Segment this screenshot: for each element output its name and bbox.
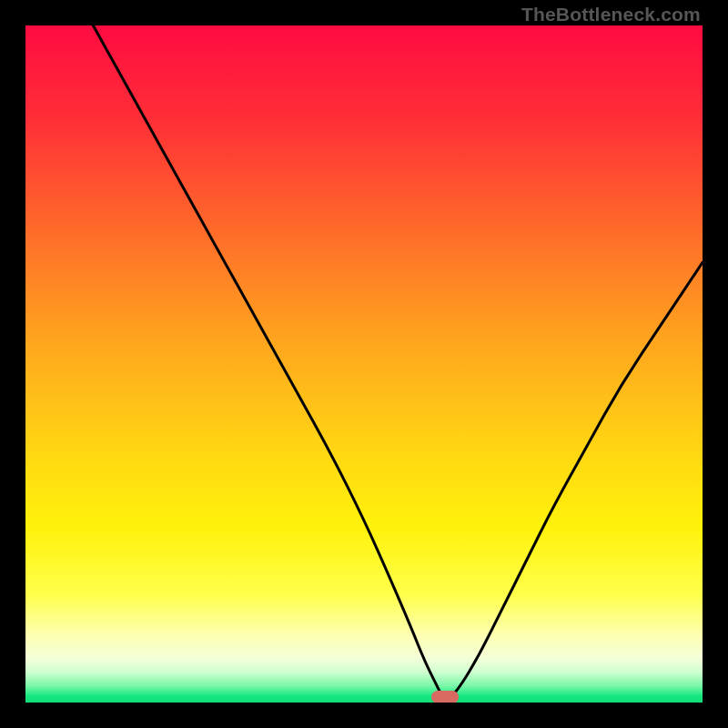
plot-area <box>25 25 703 703</box>
watermark-text: TheBottleneck.com <box>521 4 701 25</box>
optimum-marker <box>431 691 459 703</box>
chart-frame: TheBottleneck.com <box>0 0 728 728</box>
bottleneck-curve <box>25 25 703 703</box>
